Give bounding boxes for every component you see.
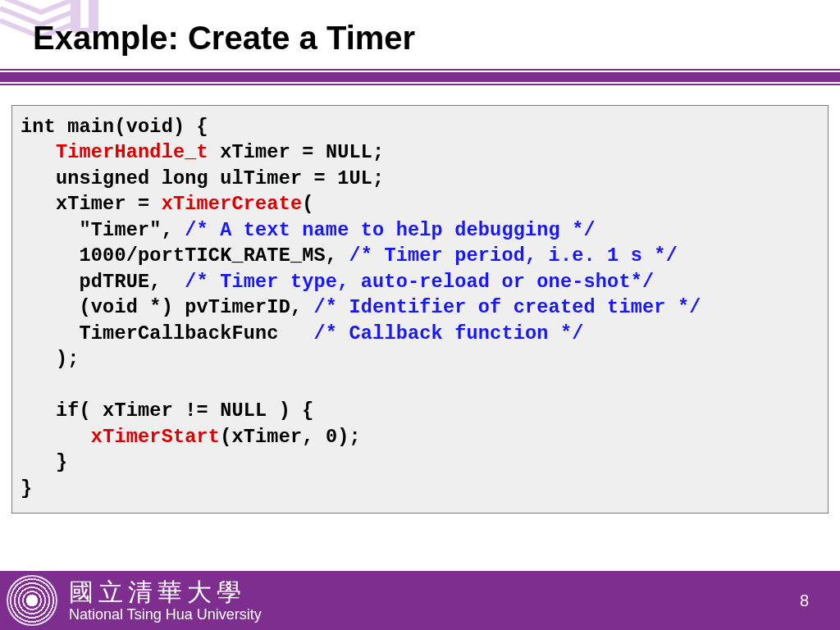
code-line: if( xTimer != NULL ) { <box>21 399 314 422</box>
code-line: int main(void) { <box>21 116 208 138</box>
comment: /* A text name to help debugging */ <box>185 219 596 241</box>
university-name: 國立清華大學 National Tsing Hua University <box>69 578 262 623</box>
code-line: "Timer", /* A text name to help debuggin… <box>21 219 596 241</box>
code-line: pdTRUE, /* Timer type, auto-reload or on… <box>21 271 654 293</box>
code-line: 1000/portTICK_RATE_MS, /* Timer period, … <box>21 244 678 267</box>
code-line: ); <box>21 348 80 370</box>
title-underline <box>0 71 840 84</box>
code-line: xTimerStart(xTimer, 0); <box>21 426 361 448</box>
code-line: } <box>21 451 67 473</box>
comment: /* Callback function */ <box>314 322 584 345</box>
university-name-en: National Tsing Hua University <box>69 607 262 623</box>
func-call: xTimerCreate <box>162 193 303 215</box>
comment: /* Identifier of created timer */ <box>314 296 701 318</box>
comment: /* Timer period, i.e. 1 s */ <box>349 244 677 267</box>
university-name-cn: 國立清華大學 <box>69 578 262 605</box>
code-line: xTimer = xTimerCreate( <box>21 193 314 215</box>
code-line: (void *) pvTimerID, /* Identifier of cre… <box>21 296 701 318</box>
type-keyword: TimerHandle_t <box>56 141 208 163</box>
comment: /* Timer type, auto-reload or one-shot*/ <box>185 271 654 293</box>
code-line: TimerHandle_t xTimer = NULL; <box>21 141 384 163</box>
code-line: TimerCallbackFunc /* Callback function *… <box>21 322 584 345</box>
code-line: } <box>21 477 32 500</box>
university-seal-icon <box>7 575 57 626</box>
page-number: 8 <box>800 591 809 610</box>
func-call: xTimerStart <box>91 426 220 448</box>
slide-footer: 國立清華大學 National Tsing Hua University 8 <box>0 571 840 630</box>
code-block: int main(void) { TimerHandle_t xTimer = … <box>11 105 829 514</box>
slide-title: Example: Create a Timer <box>33 20 415 57</box>
code-line: unsigned long ulTimer = 1UL; <box>21 167 384 189</box>
